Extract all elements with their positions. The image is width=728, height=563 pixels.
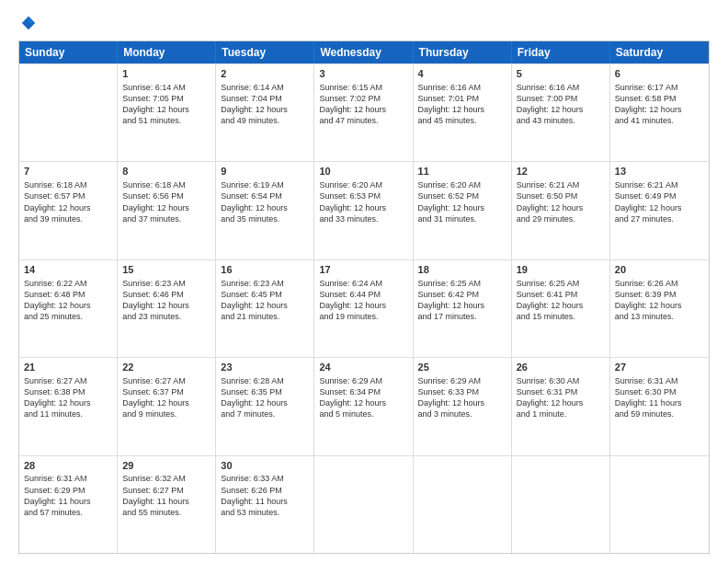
cal-header-cell-sunday: Sunday <box>19 41 118 63</box>
day-number: 18 <box>418 263 506 277</box>
cal-header-cell-thursday: Thursday <box>414 41 512 63</box>
day-info-line: and 39 minutes. <box>24 213 112 224</box>
day-number: 10 <box>319 165 407 178</box>
day-info-line: Daylight: 12 hours <box>418 300 506 311</box>
day-number: 23 <box>221 361 309 374</box>
day-info-line: and 45 minutes. <box>418 115 506 126</box>
day-info-line: Sunrise: 6:21 AM <box>615 179 704 190</box>
cal-cell-3-7: 20Sunrise: 6:26 AMSunset: 6:39 PMDayligh… <box>610 260 709 357</box>
day-info-line: and 5 minutes. <box>319 408 407 419</box>
day-info-line: Sunset: 6:38 PM <box>24 386 112 397</box>
day-number: 7 <box>24 165 112 178</box>
day-info-line: and 19 minutes. <box>319 311 407 322</box>
calendar-header-row: SundayMondayTuesdayWednesdayThursdayFrid… <box>19 41 709 63</box>
day-info-line: Sunrise: 6:25 AM <box>418 278 506 289</box>
day-number: 17 <box>319 263 407 277</box>
day-info-line: Daylight: 12 hours <box>24 397 112 408</box>
day-info-line: Sunrise: 6:20 AM <box>319 179 407 190</box>
day-info-line: Sunrise: 6:29 AM <box>418 375 506 386</box>
day-info-line: Sunrise: 6:14 AM <box>221 82 309 93</box>
cal-cell-1-2: 1Sunrise: 6:14 AMSunset: 7:05 PMDaylight… <box>118 64 216 161</box>
cal-cell-2-1: 7Sunrise: 6:18 AMSunset: 6:57 PMDaylight… <box>19 162 118 259</box>
day-number: 20 <box>615 263 704 277</box>
cal-cell-3-2: 15Sunrise: 6:23 AMSunset: 6:46 PMDayligh… <box>118 260 216 357</box>
day-info-line: Daylight: 12 hours <box>517 397 605 408</box>
cal-cell-3-5: 18Sunrise: 6:25 AMSunset: 6:42 PMDayligh… <box>414 260 512 357</box>
day-info-line: and 47 minutes. <box>319 115 407 126</box>
day-info-line: and 13 minutes. <box>615 311 704 322</box>
day-info-line: and 49 minutes. <box>221 115 309 126</box>
day-number: 9 <box>221 165 309 178</box>
cal-cell-3-1: 14Sunrise: 6:22 AMSunset: 6:48 PMDayligh… <box>19 260 118 357</box>
cal-cell-5-4 <box>314 456 413 553</box>
cal-cell-1-4: 3Sunrise: 6:15 AMSunset: 7:02 PMDaylight… <box>314 64 413 161</box>
day-info-line: Sunrise: 6:16 AM <box>517 82 605 93</box>
day-info-line: Daylight: 12 hours <box>221 397 309 408</box>
cal-week-3: 14Sunrise: 6:22 AMSunset: 6:48 PMDayligh… <box>19 259 709 357</box>
day-number: 25 <box>418 361 506 374</box>
day-info-line: Sunrise: 6:31 AM <box>615 375 704 386</box>
cal-cell-5-6 <box>512 456 610 553</box>
cal-cell-3-3: 16Sunrise: 6:23 AMSunset: 6:45 PMDayligh… <box>216 260 314 357</box>
day-info-line: Sunset: 7:01 PM <box>418 93 506 104</box>
day-info-line: Sunset: 6:39 PM <box>615 289 704 300</box>
day-info-line: Daylight: 12 hours <box>319 202 407 213</box>
day-info-line: Sunrise: 6:27 AM <box>122 375 210 386</box>
svg-marker-1 <box>28 17 35 23</box>
day-info-line: Sunrise: 6:21 AM <box>517 179 605 190</box>
day-info-line: and 31 minutes. <box>418 213 506 224</box>
cal-cell-2-3: 9Sunrise: 6:19 AMSunset: 6:54 PMDaylight… <box>216 162 314 259</box>
day-info-line: Sunset: 6:26 PM <box>221 485 309 496</box>
day-info-line: Sunrise: 6:30 AM <box>517 375 605 386</box>
cal-header-cell-saturday: Saturday <box>610 41 709 63</box>
day-info-line: Daylight: 12 hours <box>122 397 210 408</box>
day-number: 6 <box>615 67 704 81</box>
page: SundayMondayTuesdayWednesdayThursdayFrid… <box>0 0 728 563</box>
cal-cell-2-7: 13Sunrise: 6:21 AMSunset: 6:49 PMDayligh… <box>610 162 709 259</box>
day-info-line: Daylight: 12 hours <box>418 104 506 115</box>
day-number: 29 <box>122 459 210 473</box>
calendar: SundayMondayTuesdayWednesdayThursdayFrid… <box>18 40 710 554</box>
day-number: 26 <box>517 361 605 374</box>
cal-cell-4-2: 22Sunrise: 6:27 AMSunset: 6:37 PMDayligh… <box>118 358 216 454</box>
day-info-line: Daylight: 11 hours <box>122 496 210 507</box>
day-info-line: Sunrise: 6:20 AM <box>418 179 506 190</box>
day-info-line: Sunset: 6:49 PM <box>615 190 704 201</box>
day-info-line: Sunset: 6:34 PM <box>319 386 407 397</box>
cal-cell-4-6: 26Sunrise: 6:30 AMSunset: 6:31 PMDayligh… <box>512 358 610 454</box>
day-info-line: Daylight: 12 hours <box>24 202 112 213</box>
day-info-line: Sunrise: 6:24 AM <box>319 278 407 289</box>
day-number: 24 <box>319 361 407 374</box>
day-info-line: Daylight: 11 hours <box>221 496 309 507</box>
day-info-line: Daylight: 12 hours <box>418 397 506 408</box>
day-info-line: Sunset: 6:52 PM <box>418 190 506 201</box>
cal-cell-2-2: 8Sunrise: 6:18 AMSunset: 6:56 PMDaylight… <box>118 162 216 259</box>
day-number: 21 <box>24 361 112 374</box>
day-info-line: Daylight: 12 hours <box>221 300 309 311</box>
day-info-line: Sunset: 6:58 PM <box>615 93 704 104</box>
day-number: 5 <box>517 67 605 81</box>
day-info-line: Sunset: 6:50 PM <box>517 190 605 201</box>
cal-header-cell-wednesday: Wednesday <box>314 41 413 63</box>
day-info-line: and 55 minutes. <box>122 507 210 518</box>
day-info-line: and 17 minutes. <box>418 311 506 322</box>
day-number: 3 <box>319 67 407 81</box>
day-info-line: Sunrise: 6:14 AM <box>122 82 210 93</box>
cal-cell-4-3: 23Sunrise: 6:28 AMSunset: 6:35 PMDayligh… <box>216 358 314 454</box>
day-number: 13 <box>615 165 704 178</box>
day-info-line: and 29 minutes. <box>517 213 605 224</box>
day-info-line: Sunset: 6:41 PM <box>517 289 605 300</box>
day-info-line: Sunrise: 6:22 AM <box>24 278 112 289</box>
day-number: 4 <box>418 67 506 81</box>
day-info-line: Sunrise: 6:31 AM <box>24 473 112 484</box>
day-info-line: Daylight: 12 hours <box>517 104 605 115</box>
day-info-line: and 1 minute. <box>517 408 605 419</box>
day-info-line: Sunrise: 6:28 AM <box>221 375 309 386</box>
day-info-line: Sunset: 6:46 PM <box>122 289 210 300</box>
day-info-line: Sunset: 6:31 PM <box>517 386 605 397</box>
cal-cell-1-1 <box>19 64 118 161</box>
day-info-line: Daylight: 12 hours <box>24 300 112 311</box>
calendar-body: 1Sunrise: 6:14 AMSunset: 7:05 PMDaylight… <box>19 63 709 553</box>
day-info-line: and 9 minutes. <box>122 408 210 419</box>
day-info-line: Sunset: 6:57 PM <box>24 190 112 201</box>
